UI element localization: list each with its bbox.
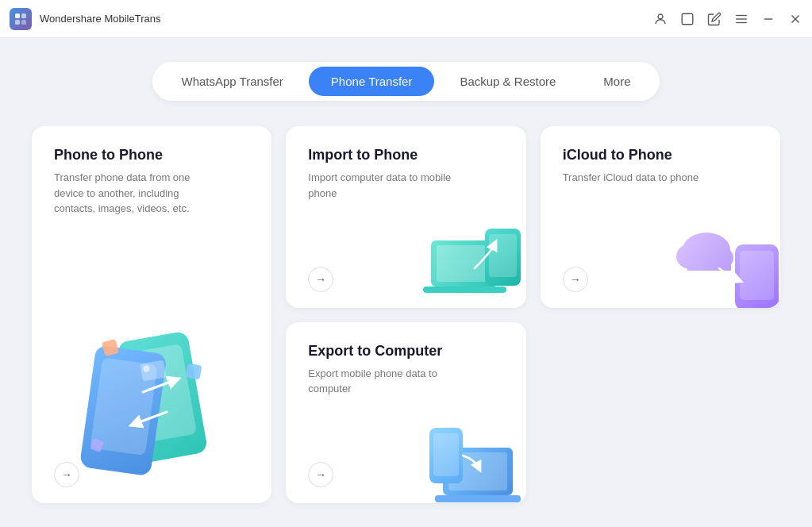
card-phone-to-phone[interactable]: Phone to Phone Transfer phone data from … bbox=[32, 126, 271, 503]
app-logo bbox=[10, 8, 32, 30]
svg-rect-17 bbox=[186, 364, 202, 380]
menu-icon[interactable] bbox=[734, 12, 749, 26]
card-icloud-to-phone[interactable]: iCloud to Phone Transfer iCloud data to … bbox=[541, 126, 780, 308]
import-illustration bbox=[423, 221, 518, 308]
card-phone-to-phone-title: Phone to Phone bbox=[54, 147, 249, 163]
card-import-title: Import to Phone bbox=[308, 147, 503, 163]
card-icloud-title: iCloud to Phone bbox=[563, 147, 758, 163]
card-icloud-desc: Transfer iCloud data to phone bbox=[563, 170, 722, 186]
card-phone-to-phone-desc: Transfer phone data from one device to a… bbox=[54, 170, 213, 217]
main-content: WhatsApp Transfer Phone Transfer Backup … bbox=[0, 38, 812, 527]
card-export-arrow[interactable]: → bbox=[308, 462, 333, 487]
card-export-title: Export to Computer bbox=[308, 343, 503, 360]
edit-icon[interactable] bbox=[707, 12, 722, 26]
svg-rect-23 bbox=[423, 287, 506, 293]
tab-phone[interactable]: Phone Transfer bbox=[309, 67, 435, 96]
export-illustration bbox=[423, 416, 518, 503]
tab-whatsapp[interactable]: WhatsApp Transfer bbox=[159, 67, 305, 96]
close-icon[interactable] bbox=[788, 12, 802, 26]
tab-bar: WhatsApp Transfer Phone Transfer Backup … bbox=[152, 62, 659, 101]
cards-grid: Phone to Phone Transfer phone data from … bbox=[32, 126, 780, 503]
titlebar: Wondershare MobileTrans bbox=[0, 0, 812, 38]
svg-rect-36 bbox=[433, 433, 459, 476]
svg-rect-1 bbox=[21, 13, 26, 18]
tab-more[interactable]: More bbox=[581, 67, 652, 96]
svg-rect-22 bbox=[437, 245, 493, 282]
svg-rect-0 bbox=[15, 13, 20, 18]
card-import-desc: Import computer data to mobile phone bbox=[308, 170, 467, 201]
card-export-to-computer[interactable]: Export to Computer Export mobile phone d… bbox=[286, 322, 525, 504]
svg-rect-25 bbox=[489, 234, 517, 277]
window-controls bbox=[653, 12, 802, 26]
card-icloud-arrow[interactable]: → bbox=[563, 267, 588, 292]
card-import-arrow[interactable]: → bbox=[308, 267, 333, 292]
icloud-illustration bbox=[673, 217, 776, 304]
card-export-desc: Export mobile phone data to computer bbox=[308, 366, 467, 397]
phone-to-phone-illustration bbox=[56, 321, 230, 479]
minimize-icon[interactable] bbox=[761, 12, 775, 26]
svg-rect-5 bbox=[682, 13, 693, 25]
window-icon[interactable] bbox=[680, 12, 695, 26]
svg-point-4 bbox=[658, 14, 663, 19]
svg-rect-3 bbox=[21, 20, 26, 25]
svg-rect-31 bbox=[687, 252, 731, 271]
card-import-to-phone[interactable]: Import to Phone Import computer data to … bbox=[286, 126, 525, 308]
tab-backup[interactable]: Backup & Restore bbox=[437, 67, 578, 96]
svg-rect-2 bbox=[15, 20, 20, 25]
user-icon[interactable] bbox=[653, 12, 668, 26]
app-title: Wondershare MobileTrans bbox=[40, 13, 653, 25]
svg-rect-27 bbox=[740, 251, 774, 300]
svg-rect-34 bbox=[435, 495, 521, 502]
